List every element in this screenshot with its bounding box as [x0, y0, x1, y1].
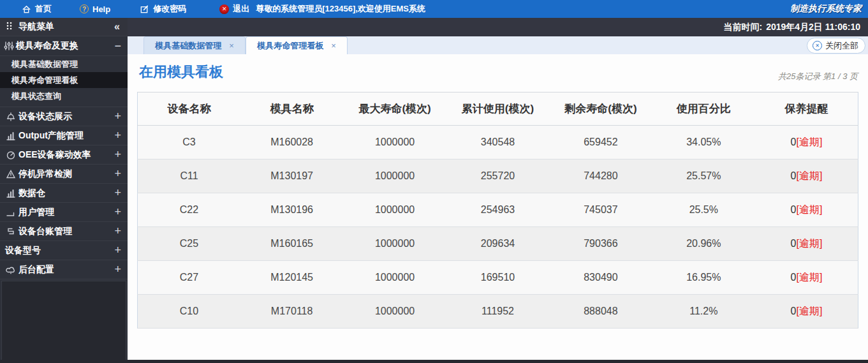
- edit-icon: [140, 4, 149, 14]
- table-row[interactable]: C22 M130196 1000000 254963 745037 25.5% …: [138, 193, 858, 227]
- cell-maintenance: 0[逾期]: [755, 261, 858, 295]
- cell-device: C11: [138, 159, 240, 193]
- sub-item-label: 模具基础数据管理: [11, 59, 78, 70]
- menu-dots-icon: [5, 21, 13, 33]
- expand-plus-icon[interactable]: +: [114, 167, 121, 181]
- tab-mold-basic-data[interactable]: 模具基础数据管理 ×: [143, 36, 246, 54]
- tab-close-icon[interactable]: ×: [331, 41, 336, 50]
- sidebar-item-label: OEE设备稼动效率: [18, 149, 91, 161]
- sidebar-item-equipment-status[interactable]: 设备状态展示 +: [0, 107, 128, 126]
- cell-device: C3: [138, 126, 240, 159]
- expand-plus-icon[interactable]: +: [114, 129, 121, 142]
- table-row[interactable]: C3 M160028 1000000 340548 659452 34.05% …: [138, 126, 858, 159]
- table-row[interactable]: C27 M120145 1000000 169510 830490 16.95%…: [138, 261, 858, 295]
- cell-remaining: 744280: [549, 159, 652, 193]
- col-used: 累计使用(模次): [446, 93, 549, 126]
- close-all-tabs-button[interactable]: ✕ 关闭全部: [807, 38, 865, 54]
- table-row[interactable]: C10 M170118 1000000 111952 888048 11.2% …: [138, 295, 858, 329]
- warning-triangle-icon: [5, 168, 16, 179]
- sidebar-item-label: Output产能管理: [18, 130, 84, 142]
- link-icon: [5, 226, 16, 237]
- top-menu-bar: 首页 ? Help 修改密码 ✕ 退出 尊敬的系统管理员[123456],欢迎使…: [0, 0, 868, 18]
- sub-item-label: 模具寿命管理看板: [11, 75, 78, 86]
- secondary-bar: 导航菜单 « 当前时间: 2019年4月2日 11:06:10: [0, 18, 868, 36]
- help-button[interactable]: ? Help: [80, 4, 110, 14]
- sidebar-nav: 模具寿命及更换 − 模具基础数据管理 模具寿命管理看板 模具状态查询 设备状态展…: [0, 36, 128, 363]
- sidebar-item-downtime-detection[interactable]: 停机异常检测 +: [0, 165, 128, 184]
- cell-mold: M160165: [240, 227, 343, 261]
- cell-device: C27: [138, 261, 240, 295]
- collapse-sidebar-icon[interactable]: «: [114, 21, 120, 33]
- sidebar-item-output-capacity[interactable]: Output产能管理 +: [0, 126, 128, 145]
- overdue-tag: [逾期]: [797, 238, 823, 249]
- cell-used: 255720: [446, 159, 549, 193]
- overdue-tag: [逾期]: [797, 272, 823, 283]
- app-root: { "topbar": { "home": "首页", "help": "Hel…: [0, 0, 868, 363]
- cell-remaining: 659452: [549, 126, 652, 159]
- sidebar-item-mold-life-dashboard[interactable]: 模具寿命管理看板: [0, 72, 128, 88]
- bar-chart-icon: [5, 130, 16, 141]
- expand-plus-icon[interactable]: +: [114, 148, 121, 161]
- expand-plus-icon[interactable]: +: [114, 110, 121, 123]
- cell-maintenance: 0[逾期]: [755, 126, 858, 159]
- cell-device: C25: [138, 227, 240, 261]
- cell-used: 169510: [446, 261, 549, 295]
- maintenance-count: 0: [791, 170, 797, 181]
- expand-plus-icon[interactable]: +: [114, 244, 121, 257]
- mold-table-wrap: 设备名称 模具名称 最大寿命(模次) 累计使用(模次) 剩余寿命(模次) 使用百…: [137, 92, 858, 329]
- cell-max-life: 1000000: [343, 159, 446, 193]
- table-header-row: 设备名称 模具名称 最大寿命(模次) 累计使用(模次) 剩余寿命(模次) 使用百…: [138, 93, 858, 126]
- page-title: 在用模具看板: [139, 63, 868, 82]
- sidebar-item-backend-config[interactable]: 后台配置 +: [0, 260, 128, 279]
- tab-mold-life-dashboard[interactable]: 模具寿命管理看板 ×: [246, 36, 348, 54]
- cell-mold: M130197: [240, 159, 343, 193]
- sidebar-item-equipment-ledger[interactable]: 设备台账管理 +: [0, 222, 128, 241]
- nav-menu-title: 导航菜单: [18, 21, 54, 33]
- sidebar-item-label: 停机异常检测: [18, 168, 72, 180]
- home-button[interactable]: 首页: [22, 3, 52, 15]
- expand-plus-icon[interactable]: +: [114, 186, 121, 200]
- bell-icon: [5, 111, 16, 122]
- sidebar-item-data-warehouse[interactable]: 数据仓 +: [0, 184, 128, 203]
- cell-maintenance: 0[逾期]: [755, 193, 858, 227]
- collapse-minus-icon[interactable]: −: [114, 40, 121, 53]
- logout-label: 退出: [233, 3, 249, 15]
- cell-max-life: 1000000: [343, 295, 446, 329]
- cell-percent: 16.95%: [652, 261, 755, 295]
- change-password-label: 修改密码: [153, 3, 186, 15]
- home-label: 首页: [35, 3, 52, 15]
- overdue-tag: [逾期]: [797, 306, 823, 316]
- tab-label: 模具寿命管理看板: [257, 40, 323, 52]
- sidebar-item-oee-efficiency[interactable]: OEE设备稼动效率 +: [0, 145, 128, 165]
- cell-used: 254963: [446, 193, 549, 227]
- cell-max-life: 1000000: [343, 261, 446, 295]
- change-password-button[interactable]: 修改密码: [140, 3, 186, 15]
- sidebar-item-label: 后台配置: [18, 264, 54, 276]
- table-row[interactable]: C25 M160165 1000000 209634 790366 20.96%…: [138, 227, 858, 261]
- cell-maintenance: 0[逾期]: [755, 227, 858, 261]
- cell-percent: 25.5%: [652, 193, 755, 227]
- cell-max-life: 1000000: [343, 193, 446, 227]
- cloud-icon: [5, 264, 16, 275]
- sidebar-item-mold-status-query[interactable]: 模具状态查询: [0, 88, 128, 104]
- cell-percent: 25.57%: [652, 159, 755, 193]
- cell-maintenance: 0[逾期]: [755, 159, 858, 193]
- gauge-icon: [5, 149, 16, 160]
- sidebar-item-mold-basic-data[interactable]: 模具基础数据管理: [0, 56, 128, 72]
- maintenance-count: 0: [791, 137, 797, 147]
- logout-button[interactable]: ✕ 退出: [219, 3, 249, 15]
- dashboard-content: 在用模具看板 共25条记录 第1 / 3 页 设备名称 模具名称 最大寿命(模次…: [128, 54, 868, 360]
- sidebar-item-user-management[interactable]: 用户管理 +: [0, 203, 128, 222]
- tab-close-icon[interactable]: ×: [229, 41, 234, 50]
- cell-remaining: 888048: [549, 295, 652, 329]
- sidebar-item-equipment-model[interactable]: 设备型号 +: [0, 241, 128, 260]
- table-row[interactable]: C11 M130197 1000000 255720 744280 25.57%…: [138, 159, 858, 193]
- sidebar-filler-panel: [1, 281, 126, 362]
- expand-plus-icon[interactable]: +: [114, 205, 121, 219]
- expand-plus-icon[interactable]: +: [114, 225, 121, 238]
- overdue-tag: [逾期]: [797, 170, 823, 181]
- sidebar-group-mold-life[interactable]: 模具寿命及更换 −: [0, 36, 128, 56]
- expand-plus-icon[interactable]: +: [114, 263, 121, 276]
- home-icon: [22, 4, 31, 14]
- cell-used: 340548: [446, 126, 549, 159]
